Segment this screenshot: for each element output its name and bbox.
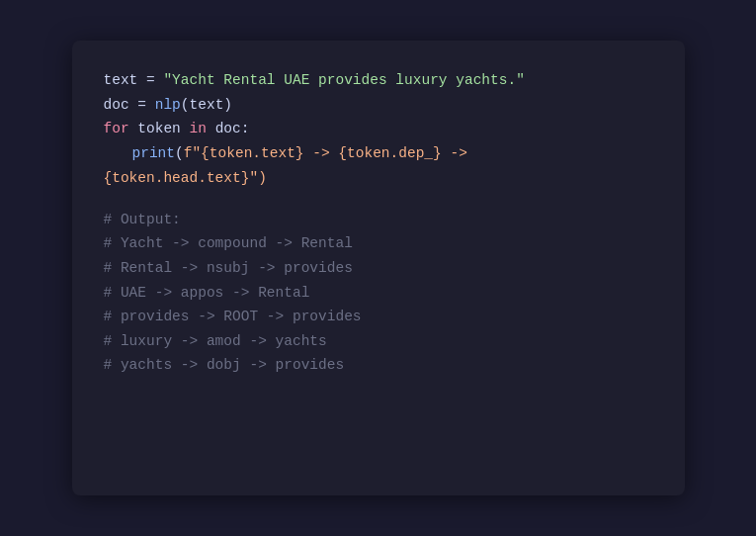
code-line-4: print(f"{token.text} -> {token.dep_} -> bbox=[104, 141, 653, 166]
fstr-arg: f"{token.text} -> {token.dep_} -> bbox=[184, 145, 467, 161]
kw-for: for bbox=[104, 121, 129, 136]
code-container: text = "Yacht Rental UAE provides luxury… bbox=[72, 41, 685, 495]
comment-text-7: # yachts -> dobj -> provides bbox=[104, 357, 345, 373]
code-line-1: text = "Yacht Rental UAE provides luxury… bbox=[104, 68, 653, 93]
comment-yacht: # Yacht -> compound -> Rental bbox=[104, 231, 653, 256]
comment-text-4: # UAE -> appos -> Rental bbox=[104, 285, 310, 301]
op-assign-1: = bbox=[137, 72, 163, 88]
kw-in: in bbox=[190, 121, 207, 136]
paren-open-1: ( bbox=[181, 97, 190, 113]
indent-1 bbox=[104, 141, 132, 166]
code-line-5: {token.head.text}") bbox=[104, 166, 653, 191]
var-token: token bbox=[129, 121, 190, 136]
comment-output-header: # Output: bbox=[104, 208, 653, 232]
op-assign-2: = bbox=[129, 97, 155, 113]
comment-yachts: # yachts -> dobj -> provides bbox=[104, 353, 653, 378]
comment-provides: # provides -> ROOT -> provides bbox=[104, 305, 653, 329]
fstr-cont: {token.head.text}") bbox=[104, 170, 267, 186]
comment-luxury: # luxury -> amod -> yachts bbox=[104, 329, 653, 354]
blank-line bbox=[104, 190, 653, 207]
comment-text-1: # Output: bbox=[104, 212, 181, 227]
code-line-2: doc = nlp(text) bbox=[104, 93, 653, 118]
var-text-arg: text bbox=[190, 97, 224, 113]
comment-text-6: # luxury -> amod -> yachts bbox=[104, 333, 327, 349]
paren-close-1: ) bbox=[223, 97, 232, 113]
code-line-3: for token in doc: bbox=[104, 117, 653, 141]
code-block: text = "Yacht Rental UAE provides luxury… bbox=[104, 68, 653, 378]
comment-text-5: # provides -> ROOT -> provides bbox=[104, 309, 362, 324]
var-doc: doc bbox=[104, 97, 129, 113]
comment-uae: # UAE -> appos -> Rental bbox=[104, 281, 653, 306]
fn-print: print bbox=[132, 145, 176, 161]
var-text: text bbox=[104, 72, 138, 88]
paren-open-2: ( bbox=[175, 145, 184, 161]
fn-nlp: nlp bbox=[155, 97, 181, 113]
comment-rental: # Rental -> nsubj -> provides bbox=[104, 256, 653, 281]
str-value: "Yacht Rental UAE provides luxury yachts… bbox=[163, 72, 524, 88]
comment-text-3: # Rental -> nsubj -> provides bbox=[104, 260, 353, 276]
var-doc-iter: doc: bbox=[207, 121, 250, 136]
comment-text-2: # Yacht -> compound -> Rental bbox=[104, 235, 353, 251]
